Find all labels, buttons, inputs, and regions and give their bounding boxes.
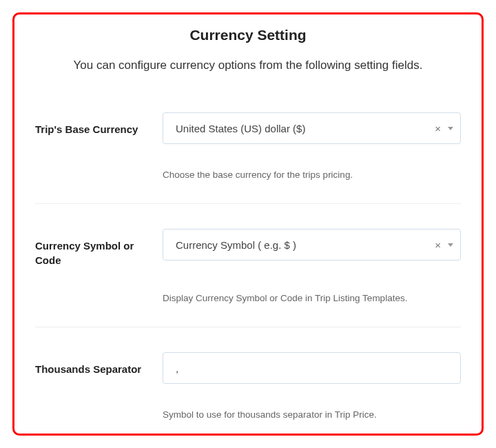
divider (35, 327, 461, 327)
field-label-symbol-or-code: Currency Symbol or Code (35, 229, 163, 267)
field-help-base-currency: Choose the base currency for the trips p… (163, 170, 461, 180)
field-label-thousands-separator: Thousands Separator (35, 352, 163, 376)
symbol-or-code-value: Currency Symbol ( e.g. $ ) (176, 239, 431, 251)
currency-settings-panel: Currency Setting You can configure curre… (12, 12, 484, 436)
field-symbol-or-code: Currency Symbol or Code Currency Symbol … (35, 229, 461, 277)
field-help-thousands-separator: Symbol to use for thousands separator in… (163, 409, 461, 420)
symbol-or-code-select[interactable]: Currency Symbol ( e.g. $ ) × (163, 229, 461, 261)
panel-subtitle: You can configure currency options from … (35, 59, 461, 72)
field-help-symbol-or-code: Display Currency Symbol or Code in Trip … (163, 293, 461, 303)
clear-icon[interactable]: × (431, 123, 445, 134)
thousands-separator-input[interactable] (163, 352, 461, 384)
divider (35, 203, 461, 204)
chevron-down-icon (448, 243, 453, 247)
panel-title: Currency Setting (35, 27, 461, 43)
chevron-down-icon (448, 127, 453, 130)
base-currency-select[interactable]: United States (US) dollar ($) × (163, 112, 461, 144)
field-thousands-separator: Thousands Separator (35, 352, 461, 394)
base-currency-value: United States (US) dollar ($) (176, 123, 431, 134)
field-base-currency: Trip's Base Currency United States (US) … (35, 112, 461, 154)
clear-icon[interactable]: × (431, 240, 445, 250)
field-label-base-currency: Trip's Base Currency (35, 112, 163, 136)
